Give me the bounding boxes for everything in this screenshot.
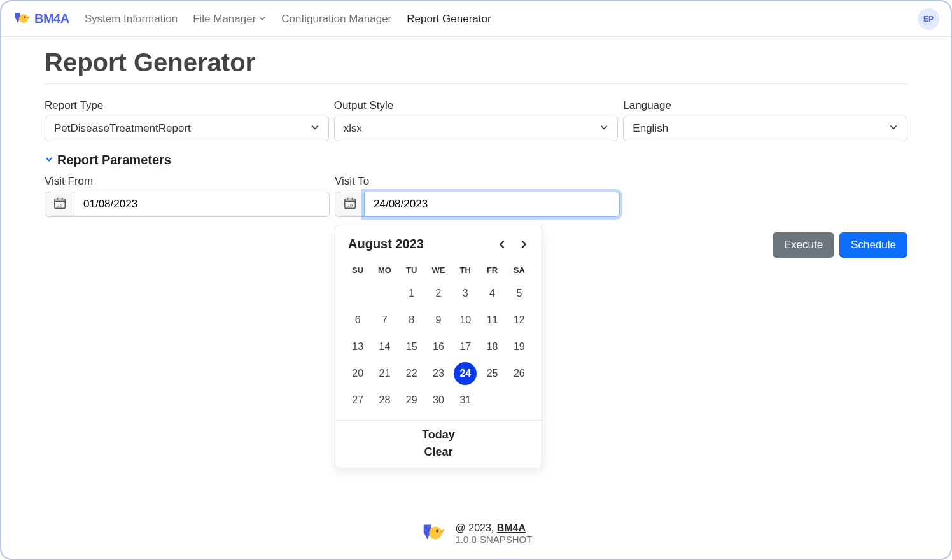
report-type-label: Report Type bbox=[45, 99, 329, 112]
datepicker-day[interactable]: 21 bbox=[371, 360, 398, 387]
datepicker-day[interactable]: 20 bbox=[344, 360, 371, 387]
svg-text:19: 19 bbox=[347, 202, 352, 208]
datepicker-day[interactable]: 18 bbox=[479, 333, 505, 360]
datepicker-dow: WE bbox=[425, 260, 452, 280]
datepicker-clear-button[interactable]: Clear bbox=[424, 445, 452, 459]
brand-text: BM4A bbox=[34, 11, 69, 26]
datepicker-day[interactable]: 1 bbox=[398, 280, 425, 307]
calendar-icon: 19 bbox=[53, 196, 67, 213]
datepicker-next-button[interactable] bbox=[519, 239, 529, 249]
datepicker-empty-cell bbox=[344, 280, 371, 307]
datepicker-dow: TU bbox=[398, 260, 425, 280]
datepicker-day[interactable]: 8 bbox=[398, 307, 425, 333]
chevron-down-icon bbox=[599, 122, 608, 135]
schedule-button[interactable]: Schedule bbox=[839, 232, 907, 258]
report-parameters-title: Report Parameters bbox=[57, 153, 171, 167]
nav-report-generator[interactable]: Report Generator bbox=[407, 13, 491, 25]
datepicker-dow: SA bbox=[506, 260, 533, 280]
datepicker-day[interactable]: 10 bbox=[452, 307, 479, 333]
svg-point-0 bbox=[19, 14, 28, 23]
footer-version: 1.0.0-SNAPSHOT bbox=[456, 534, 533, 545]
execute-button[interactable]: Execute bbox=[773, 232, 834, 258]
page-title: Report Generator bbox=[45, 48, 907, 77]
datepicker-grid: SUMOTUWETHFRSA12345678910111213141516171… bbox=[335, 258, 542, 420]
chevron-down-icon bbox=[889, 122, 898, 135]
visit-from-calendar-button[interactable]: 19 bbox=[45, 192, 74, 217]
datepicker-prev-button[interactable] bbox=[497, 239, 507, 249]
visit-to-calendar-button[interactable]: 19 bbox=[335, 192, 364, 217]
nav-items: System Information File Manager Configur… bbox=[85, 13, 491, 25]
visit-to-label: Visit To bbox=[335, 175, 620, 188]
datepicker-day[interactable]: 19 bbox=[506, 333, 533, 360]
chevron-down-icon bbox=[258, 13, 266, 25]
datepicker-day[interactable]: 9 bbox=[425, 307, 452, 333]
footer-logo-icon bbox=[420, 519, 445, 547]
datepicker-day[interactable]: 27 bbox=[344, 387, 371, 414]
datepicker-day[interactable]: 23 bbox=[425, 360, 452, 387]
visit-to-input[interactable] bbox=[364, 192, 620, 217]
datepicker-day[interactable]: 12 bbox=[506, 307, 533, 333]
datepicker-day[interactable]: 15 bbox=[398, 333, 425, 360]
top-nav: BM4A System Information File Manager Con… bbox=[1, 1, 951, 37]
report-parameters-toggle[interactable]: Report Parameters bbox=[45, 153, 907, 167]
datepicker-day[interactable]: 25 bbox=[479, 360, 505, 387]
svg-point-13 bbox=[436, 530, 438, 533]
output-style-select[interactable]: xlsx bbox=[334, 116, 619, 141]
datepicker-day[interactable]: 3 bbox=[452, 280, 479, 307]
brand-icon bbox=[13, 9, 31, 29]
footer-brand-link[interactable]: BM4A bbox=[497, 522, 526, 533]
datepicker-day[interactable]: 2 bbox=[425, 280, 452, 307]
datepicker-day[interactable]: 28 bbox=[371, 387, 398, 414]
datepicker-popup: August 2023 SUMOTUWETHFRSA12345678910111… bbox=[335, 225, 542, 468]
brand[interactable]: BM4A bbox=[13, 9, 69, 29]
nav-configuration-manager[interactable]: Configuration Manager bbox=[281, 13, 391, 25]
output-style-label: Output Style bbox=[334, 99, 619, 112]
page-footer: @ 2023, BM4A 1.0.0-SNAPSHOT bbox=[1, 519, 951, 547]
datepicker-empty-cell bbox=[371, 280, 398, 307]
nav-file-manager[interactable]: File Manager bbox=[193, 13, 266, 25]
footer-copyright: @ 2023, BM4A bbox=[456, 522, 533, 534]
visit-from-label: Visit From bbox=[45, 175, 330, 188]
visit-from-input[interactable] bbox=[74, 192, 330, 217]
datepicker-dow: MO bbox=[371, 260, 398, 280]
datepicker-day[interactable]: 16 bbox=[425, 333, 452, 360]
svg-text:19: 19 bbox=[57, 202, 62, 208]
datepicker-month-label[interactable]: August 2023 bbox=[348, 237, 497, 251]
datepicker-day[interactable]: 13 bbox=[344, 333, 371, 360]
datepicker-day[interactable]: 11 bbox=[479, 307, 505, 333]
nav-system-information[interactable]: System Information bbox=[85, 13, 178, 25]
divider bbox=[45, 83, 907, 84]
calendar-icon: 19 bbox=[343, 196, 357, 213]
language-select[interactable]: English bbox=[623, 116, 907, 141]
svg-point-1 bbox=[24, 16, 26, 18]
chevron-down-icon bbox=[311, 122, 319, 135]
datepicker-dow: SU bbox=[344, 260, 371, 280]
datepicker-day[interactable]: 24 bbox=[452, 360, 479, 387]
datepicker-day[interactable]: 4 bbox=[479, 280, 505, 307]
avatar[interactable]: EP bbox=[918, 8, 939, 30]
datepicker-day[interactable]: 5 bbox=[506, 280, 533, 307]
svg-point-12 bbox=[429, 526, 442, 539]
chevron-down-icon bbox=[45, 155, 53, 166]
datepicker-day[interactable]: 29 bbox=[398, 387, 425, 414]
datepicker-day[interactable]: 14 bbox=[371, 333, 398, 360]
datepicker-day[interactable]: 22 bbox=[398, 360, 425, 387]
datepicker-day[interactable]: 6 bbox=[344, 307, 371, 333]
datepicker-today-button[interactable]: Today bbox=[422, 428, 455, 442]
datepicker-dow: TH bbox=[452, 260, 479, 280]
datepicker-day[interactable]: 7 bbox=[371, 307, 398, 333]
report-type-select[interactable]: PetDiseaseTreatmentReport bbox=[45, 116, 329, 141]
datepicker-day[interactable]: 17 bbox=[452, 333, 479, 360]
datepicker-dow: FR bbox=[479, 260, 505, 280]
language-label: Language bbox=[623, 99, 907, 112]
datepicker-day[interactable]: 26 bbox=[506, 360, 533, 387]
datepicker-day[interactable]: 30 bbox=[425, 387, 452, 414]
datepicker-day[interactable]: 31 bbox=[452, 387, 479, 414]
